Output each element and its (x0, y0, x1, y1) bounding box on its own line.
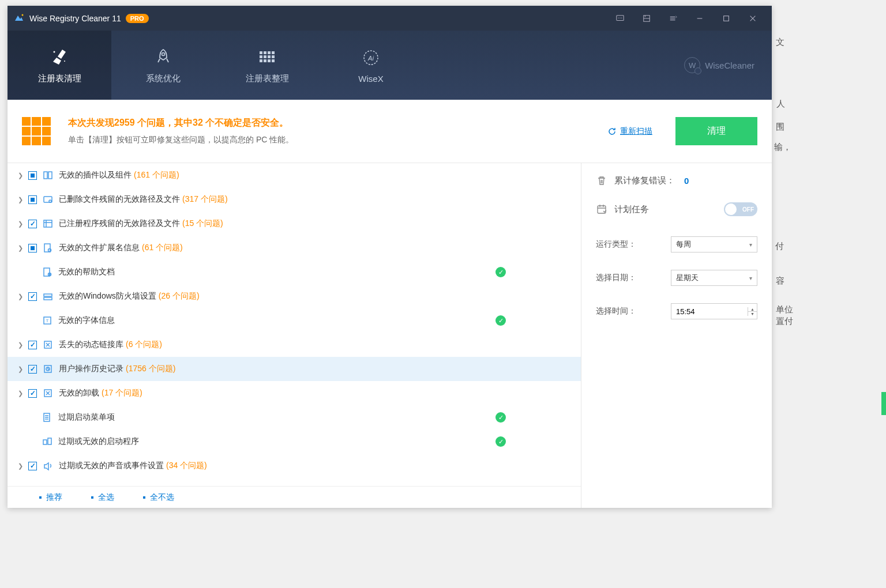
expand-icon[interactable]: ❯ (18, 462, 26, 470)
category-count: (1756 个问题) (126, 364, 175, 374)
skin-icon[interactable] (633, 6, 660, 31)
category-count: (161 个问题) (134, 170, 179, 180)
expand-icon[interactable]: ❯ (18, 293, 26, 300)
category-row[interactable]: ❯已删除文件残留的无效路径及文件 (317 个问题) (7, 187, 581, 212)
category-icon (43, 194, 53, 205)
category-icon (42, 436, 52, 447)
date-select[interactable]: 星期天 (671, 270, 757, 286)
svg-point-8 (64, 61, 65, 62)
expand-icon[interactable]: ❯ (18, 244, 26, 252)
expand-icon[interactable]: ❯ (18, 196, 26, 203)
menu-icon[interactable] (660, 6, 686, 31)
stat-label: 累计修复错误： (614, 175, 675, 186)
run-type-select[interactable]: 每周 (671, 236, 757, 252)
category-icon (43, 170, 53, 180)
expand-icon[interactable]: ❯ (18, 365, 26, 373)
minimize-button[interactable] (686, 6, 713, 31)
category-row[interactable]: ❯无效的Windows防火墙设置 (26 个问题) (7, 284, 581, 308)
expand-icon[interactable]: ❯ (18, 390, 26, 397)
category-row[interactable]: ❯无效的文件扩展名信息 (61 个问题) (7, 236, 581, 260)
category-row[interactable]: 过期启动菜单项✓ (7, 405, 581, 429)
category-label: 已删除文件残留的无效路径及文件 (59, 194, 180, 205)
category-label: 已注册程序残留的无效路径及文件 (59, 218, 180, 229)
svg-rect-13 (48, 172, 52, 179)
checkbox[interactable] (28, 171, 37, 180)
category-count: (61 个问题) (142, 243, 183, 253)
expand-icon[interactable]: ❯ (18, 341, 26, 349)
svg-rect-17 (44, 244, 50, 252)
summary-title: 本次共发现2959 个问题，其中32 个不确定是否安全。 (68, 117, 607, 129)
recommend-link[interactable]: 推荐 (39, 492, 62, 503)
svg-point-9 (162, 52, 165, 55)
category-count: (26 个问题) (159, 291, 200, 301)
category-row[interactable]: ❯丢失的动态链接库 (6 个问题) (7, 333, 581, 357)
schedule-toggle[interactable]: OFF (724, 202, 757, 216)
brand[interactable]: W WiseCleaner (684, 31, 772, 100)
nav-wisex[interactable]: Ai WiseX (319, 31, 423, 100)
svg-point-15 (49, 200, 51, 202)
side-panel: 累计修复错误： 0 计划任务 OFF 运行类型： 每周 选择日期： 星期天 选择… (581, 163, 772, 508)
category-label: 过期或无效的启动程序 (58, 436, 139, 447)
category-icon: ? (42, 267, 52, 277)
trash-icon (596, 175, 607, 186)
category-row[interactable]: T无效的字体信息✓ (7, 308, 581, 333)
checkbox[interactable] (28, 365, 37, 374)
svg-rect-31 (43, 440, 47, 444)
category-row[interactable]: ❯无效的插件以及组件 (161 个问题) (7, 163, 581, 187)
category-row[interactable]: 过期或无效的启动程序✓ (7, 429, 581, 454)
checkbox[interactable] (28, 462, 37, 470)
category-icon: T (42, 315, 52, 326)
select-none-link[interactable]: 全不选 (143, 492, 174, 503)
checkbox[interactable] (28, 341, 37, 349)
nav-registry-defrag[interactable]: 注册表整理 (215, 31, 319, 100)
time-spinner[interactable]: 15:54 ▲▼ (671, 303, 757, 319)
spinner-down[interactable]: ▼ (748, 312, 757, 316)
svg-rect-6 (724, 16, 729, 21)
svg-text:Ai: Ai (367, 55, 374, 62)
ok-icon: ✓ (495, 412, 506, 423)
category-row[interactable]: ❯用户操作历史记录 (1756 个问题) (7, 357, 581, 381)
svg-rect-16 (44, 220, 52, 227)
nav-system-optimize[interactable]: 系统优化 (111, 31, 215, 100)
category-icon (43, 388, 53, 398)
app-title: Wise Registry Cleaner 11 (29, 14, 121, 23)
navbar: 注册表清理 系统优化 注册表整理 Ai WiseX W WiseCleaner (7, 31, 772, 100)
expand-icon[interactable]: ❯ (18, 220, 26, 228)
ok-icon: ✓ (495, 267, 506, 277)
category-label: 无效的字体信息 (58, 315, 115, 326)
clean-button[interactable]: 清理 (675, 117, 757, 145)
schedule-icon (596, 203, 607, 215)
broom-icon (50, 47, 69, 67)
expand-icon[interactable]: ❯ (18, 172, 26, 179)
category-label: 无效的卸载 (59, 388, 99, 398)
category-icon (43, 461, 53, 471)
checkbox[interactable] (28, 244, 37, 252)
select-all-link[interactable]: 全选 (91, 492, 114, 503)
category-count: (317 个问题) (182, 194, 228, 205)
run-type-label: 运行类型： (596, 239, 671, 250)
svg-point-2 (618, 17, 619, 18)
category-label: 无效的文件扩展名信息 (59, 243, 140, 253)
svg-point-7 (54, 51, 55, 52)
plan-label: 计划任务 (614, 204, 649, 215)
category-row[interactable]: ❯已注册程序残留的无效路径及文件 (15 个问题) (7, 212, 581, 236)
category-icon (42, 412, 52, 423)
checkbox[interactable] (28, 389, 37, 398)
maximize-button[interactable] (713, 6, 739, 31)
category-row[interactable]: ?无效的帮助文档✓ (7, 260, 581, 284)
checkbox[interactable] (28, 220, 37, 228)
svg-rect-14 (44, 197, 52, 202)
close-button[interactable] (739, 6, 766, 31)
checkbox[interactable] (28, 195, 37, 204)
category-icon (43, 364, 53, 374)
app-icon (13, 13, 25, 24)
feedback-icon[interactable] (607, 6, 633, 31)
rescan-link[interactable]: 重新扫描 (607, 126, 652, 137)
category-icon (43, 243, 53, 253)
nav-registry-clean[interactable]: 注册表清理 (7, 31, 111, 100)
checkbox[interactable] (28, 292, 37, 301)
spinner-up[interactable]: ▲ (748, 307, 757, 312)
categories-pane: ❯无效的插件以及组件 (161 个问题)❯已删除文件残留的无效路径及文件 (31… (7, 163, 581, 508)
category-row[interactable]: ❯过期或无效的声音或事件设置 (34 个问题) (7, 454, 581, 478)
category-row[interactable]: ❯无效的卸载 (17 个问题) (7, 381, 581, 405)
